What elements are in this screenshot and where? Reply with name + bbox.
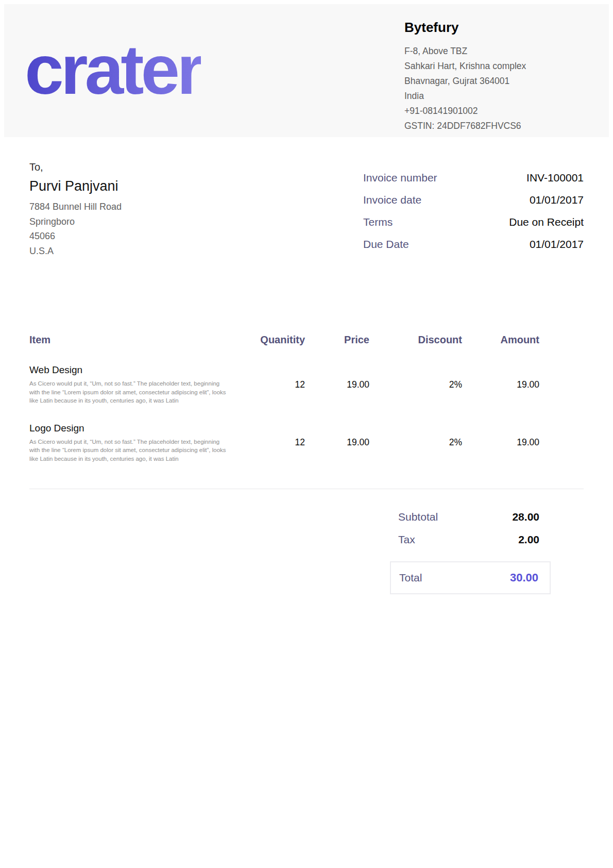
due-date-value: 01/01/2017 <box>530 238 584 251</box>
company-address-line: Bhavnagar, Gujrat 364001 <box>404 74 600 89</box>
item-description: As Cicero would put it, “Um, not so fast… <box>29 438 228 463</box>
item-amount: 19.00 <box>462 437 539 448</box>
items-table-header: Item Quanitity Price Discount Amount <box>29 334 539 346</box>
item-discount: 2% <box>369 437 462 448</box>
customer-name: Purvi Panjvani <box>29 178 122 194</box>
column-header-price: Price <box>305 334 369 346</box>
crater-logo: crater <box>25 33 201 107</box>
tax-label: Tax <box>398 533 415 546</box>
bill-to-block: To, Purvi Panjvani 7884 Bunnel Hill Road… <box>29 161 122 262</box>
tax-row: Tax 2.00 <box>390 528 551 551</box>
invoice-number-label: Invoice number <box>363 172 437 184</box>
table-row: Logo Design As Cicero would put it, “Um,… <box>29 423 539 463</box>
company-phone: +91-08141901002 <box>404 104 600 119</box>
company-gstin: GSTIN: 24DDF7682FHVCS6 <box>404 119 600 133</box>
terms-value: Due on Receipt <box>509 216 584 228</box>
subtotal-value: 28.00 <box>512 511 539 523</box>
total-label: Total <box>399 572 422 584</box>
table-row: Web Design As Cicero would put it, “Um, … <box>29 364 539 405</box>
company-name: Bytefury <box>404 20 600 36</box>
total-box: Total 30.00 <box>390 561 551 594</box>
customer-address-line: 7884 Bunnel Hill Road <box>29 199 122 214</box>
terms-row: Terms Due on Receipt <box>363 216 584 238</box>
column-header-discount: Discount <box>369 334 462 346</box>
customer-address-line: 45066 <box>29 229 122 244</box>
due-date-row: Due Date 01/01/2017 <box>363 238 584 260</box>
invoice-date-row: Invoice date 01/01/2017 <box>363 194 584 216</box>
item-description: As Cicero would put it, “Um, not so fast… <box>29 379 228 405</box>
company-address-line: F-8, Above TBZ <box>404 44 600 59</box>
total-value: 30.00 <box>510 571 538 585</box>
item-name: Logo Design <box>29 423 228 434</box>
invoice-body: To, Purvi Panjvani 7884 Bunnel Hill Road… <box>29 161 584 594</box>
invoice-date-label: Invoice date <box>363 194 421 206</box>
company-address-line: Sahkari Hart, Krishna complex <box>404 59 600 74</box>
company-info: Bytefury F-8, Above TBZ Sahkari Hart, Kr… <box>404 20 600 133</box>
column-header-item: Item <box>29 334 228 346</box>
terms-label: Terms <box>363 216 393 228</box>
item-cell: Logo Design As Cicero would put it, “Um,… <box>29 423 228 463</box>
customer-address-line: U.S.A <box>29 244 122 259</box>
items-table: Item Quanitity Price Discount Amount Web… <box>29 334 584 463</box>
tax-value: 2.00 <box>518 533 539 546</box>
item-cell: Web Design As Cicero would put it, “Um, … <box>29 364 228 405</box>
invoice-meta-block: Invoice number INV-100001 Invoice date 0… <box>363 172 584 262</box>
item-price: 19.00 <box>305 379 369 390</box>
item-quantity: 12 <box>228 437 305 448</box>
item-discount: 2% <box>369 379 462 390</box>
column-header-quantity: Quanitity <box>228 334 305 346</box>
item-quantity: 12 <box>228 379 305 390</box>
totals-section: Subtotal 28.00 Tax 2.00 Total 30.00 <box>390 506 551 594</box>
item-price: 19.00 <box>305 437 369 448</box>
parties-section: To, Purvi Panjvani 7884 Bunnel Hill Road… <box>29 161 584 262</box>
invoice-date-value: 01/01/2017 <box>530 194 584 206</box>
item-amount: 19.00 <box>462 379 539 390</box>
items-totals-divider <box>29 489 584 489</box>
subtotal-row: Subtotal 28.00 <box>390 506 551 528</box>
bill-to-label: To, <box>29 161 122 173</box>
item-name: Web Design <box>29 364 228 376</box>
due-date-label: Due Date <box>363 238 409 251</box>
company-address-line: India <box>404 89 600 104</box>
subtotal-label: Subtotal <box>398 511 438 523</box>
column-header-amount: Amount <box>462 334 539 346</box>
invoice-number-row: Invoice number INV-100001 <box>363 172 584 194</box>
invoice-number-value: INV-100001 <box>526 172 584 184</box>
invoice-header-band: crater Bytefury F-8, Above TBZ Sahkari H… <box>4 4 609 137</box>
customer-address-line: Springboro <box>29 214 122 229</box>
